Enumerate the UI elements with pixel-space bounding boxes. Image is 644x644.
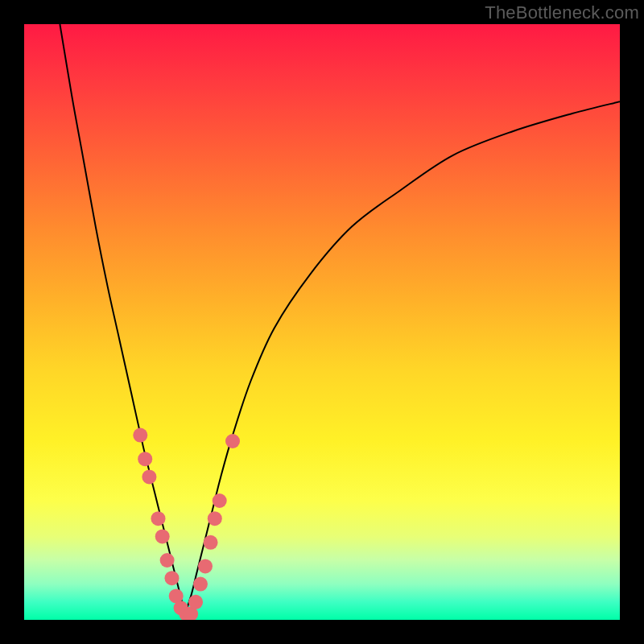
curve-left-branch [60, 24, 184, 614]
data-marker [225, 434, 240, 448]
data-marker [151, 511, 166, 526]
curve-right-branch [185, 101, 620, 613]
data-marker [198, 559, 213, 573]
watermark-text: TheBottleneck.com [485, 2, 639, 23]
curve-layer [24, 24, 620, 620]
marker-group [133, 428, 240, 620]
chart-frame: TheBottleneck.com [0, 0, 644, 644]
plot-area [24, 24, 620, 620]
data-marker [155, 529, 170, 543]
data-marker [165, 571, 180, 585]
data-marker [188, 595, 203, 609]
data-marker [138, 452, 152, 466]
data-marker [208, 511, 222, 526]
data-marker [193, 577, 208, 592]
data-marker [213, 493, 227, 508]
data-marker [142, 469, 156, 484]
data-marker [204, 535, 218, 550]
data-marker [160, 553, 175, 568]
data-marker [133, 428, 147, 443]
